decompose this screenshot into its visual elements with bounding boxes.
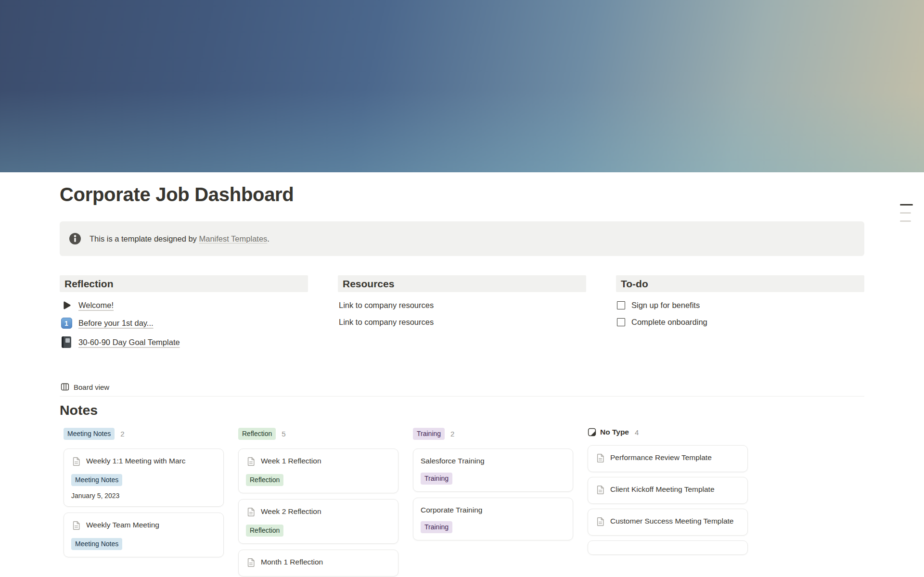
document-icon xyxy=(595,485,605,497)
resource-line: Link to company resources xyxy=(338,314,586,331)
card-title: Corporate Training xyxy=(421,505,482,515)
group-name-badge[interactable]: Training xyxy=(413,428,445,440)
no-type-icon xyxy=(588,428,596,436)
page-link-label[interactable]: Before your 1st day... xyxy=(78,319,154,328)
page-title[interactable]: Corporate Job Dashboard xyxy=(60,183,864,206)
card-client-kickoff-meeting-template[interactable]: Client Kickoff Meeting Template xyxy=(588,477,748,504)
card-title: Customer Success Meeting Template xyxy=(610,516,733,526)
document-icon xyxy=(246,557,256,569)
page-link-label[interactable]: 30-60-90 Day Goal Template xyxy=(78,338,180,347)
table-of-contents-widget[interactable] xyxy=(900,204,913,229)
info-icon xyxy=(69,232,81,245)
todo-label: Sign up for benefits xyxy=(631,301,700,310)
card-title: Salesforce Training xyxy=(421,456,485,466)
card-tag: Meeting Notes xyxy=(71,538,122,550)
card-tag: Meeting Notes xyxy=(71,474,122,486)
card-title: Client Kickoff Meeting Template xyxy=(610,484,715,495)
section-header-resources: Resources xyxy=(338,275,586,292)
checkbox-complete-onboarding[interactable] xyxy=(617,318,625,326)
card-title: Month 1 Reflection xyxy=(261,557,323,567)
document-icon xyxy=(71,520,81,532)
callout-text-prefix: This is a template designed by xyxy=(90,234,199,243)
board-group-reflection: Reflection 5 Week 1 Reflection Reflect xyxy=(238,428,398,577)
card-tag: Reflection xyxy=(246,474,283,486)
column-todo: To-do Sign up for benefits Complete onbo… xyxy=(616,275,864,352)
group-count: 2 xyxy=(120,430,124,438)
resource-text: Link to company resources xyxy=(339,301,434,310)
card-title: Performance Review Template xyxy=(610,452,712,463)
group-name-badge[interactable]: Reflection xyxy=(238,428,276,440)
card-weekly-team-meeting[interactable]: Weekly Team Meeting Meeting Notes xyxy=(64,513,224,557)
notebook-icon xyxy=(61,336,72,348)
resource-text: Link to company resources xyxy=(339,318,434,327)
kanban-board: Meeting Notes 2 Weekly 1:1 Meeting with … xyxy=(60,428,864,577)
card-title: Week 1 Reflection xyxy=(261,456,321,466)
page-cover-image xyxy=(0,0,924,172)
group-header[interactable]: Training 2 xyxy=(413,428,573,440)
toc-bar[interactable] xyxy=(900,212,911,214)
card-title: Week 2 Reflection xyxy=(261,506,321,517)
card-performance-review-template[interactable]: Performance Review Template xyxy=(588,445,748,472)
tab-board-view[interactable]: Board view xyxy=(60,380,110,396)
group-header[interactable]: Meeting Notes 2 xyxy=(64,428,224,440)
divider xyxy=(60,396,864,397)
play-icon xyxy=(61,301,72,310)
document-icon xyxy=(246,456,256,468)
board-group-no-type: No Type 4 Performance Review Template xyxy=(588,428,748,560)
column-resources: Resources Link to company resources Link… xyxy=(338,275,586,352)
checkbox-sign-up-benefits[interactable] xyxy=(617,301,625,309)
section-header-todo: To-do xyxy=(616,275,864,292)
todo-label: Complete onboarding xyxy=(631,318,707,327)
section-header-reflection: Reflection xyxy=(60,275,308,292)
board-view-label[interactable]: Board view xyxy=(74,383,109,391)
card-tag: Training xyxy=(421,521,452,533)
card-tag: Reflection xyxy=(246,525,283,537)
document-icon xyxy=(595,453,605,465)
callout-text-suffix: . xyxy=(267,234,270,243)
group-name-label[interactable]: No Type xyxy=(600,428,629,436)
group-name-badge[interactable]: Meeting Notes xyxy=(64,428,115,440)
todo-item: Complete onboarding xyxy=(616,314,864,331)
card-corporate-training[interactable]: Corporate Training Training xyxy=(413,498,573,540)
manifest-templates-link[interactable]: Manifest Templates xyxy=(199,234,267,243)
card-title: Weekly Team Meeting xyxy=(86,520,159,530)
page-content: Corporate Job Dashboard This is a templa… xyxy=(0,183,924,577)
document-icon xyxy=(246,507,256,519)
toc-bar[interactable] xyxy=(900,220,911,222)
template-callout: This is a template designed by Manifest … xyxy=(60,221,864,256)
card-weekly-1-1-meeting[interactable]: Weekly 1:1 Meeting with Marc Meeting Not… xyxy=(64,449,224,507)
board-view-icon xyxy=(61,383,69,391)
card-salesforce-training[interactable]: Salesforce Training Training xyxy=(413,449,573,491)
group-count: 2 xyxy=(450,430,454,438)
card-tag: Training xyxy=(421,473,452,485)
toc-bar[interactable] xyxy=(900,204,913,205)
column-reflection: Reflection Welcome! 1 Before your 1st da… xyxy=(60,275,308,352)
callout-text: This is a template designed by Manifest … xyxy=(90,234,270,244)
card-customer-success-meeting-template[interactable]: Customer Success Meeting Template xyxy=(588,509,748,536)
document-icon xyxy=(595,516,605,528)
group-count: 4 xyxy=(635,428,639,436)
page-link-label[interactable]: Welcome! xyxy=(78,301,114,310)
document-icon xyxy=(71,456,81,468)
card-partially-visible[interactable] xyxy=(588,540,748,555)
page-link-welcome[interactable]: Welcome! xyxy=(60,297,308,314)
card-month-1-reflection[interactable]: Month 1 Reflection xyxy=(238,550,398,577)
card-week-2-reflection[interactable]: Week 2 Reflection Reflection xyxy=(238,499,398,544)
card-date: January 5, 2023 xyxy=(71,492,216,500)
resource-line: Link to company resources xyxy=(338,297,586,314)
todo-item: Sign up for benefits xyxy=(616,297,864,314)
page-link-30-60-90[interactable]: 30-60-90 Day Goal Template xyxy=(60,333,308,352)
card-week-1-reflection[interactable]: Week 1 Reflection Reflection xyxy=(238,449,398,493)
group-header[interactable]: Reflection 5 xyxy=(238,428,398,440)
board-group-meeting-notes: Meeting Notes 2 Weekly 1:1 Meeting with … xyxy=(64,428,224,563)
keycap-one-icon: 1 xyxy=(61,318,72,329)
page-link-before-first-day[interactable]: 1 Before your 1st day... xyxy=(60,314,308,333)
card-title: Weekly 1:1 Meeting with Marc xyxy=(86,456,185,466)
group-header[interactable]: No Type 4 xyxy=(588,428,748,436)
board-group-training: Training 2 Salesforce Training Training … xyxy=(413,428,573,546)
group-count: 5 xyxy=(282,430,285,438)
database-title: Notes xyxy=(60,402,864,418)
